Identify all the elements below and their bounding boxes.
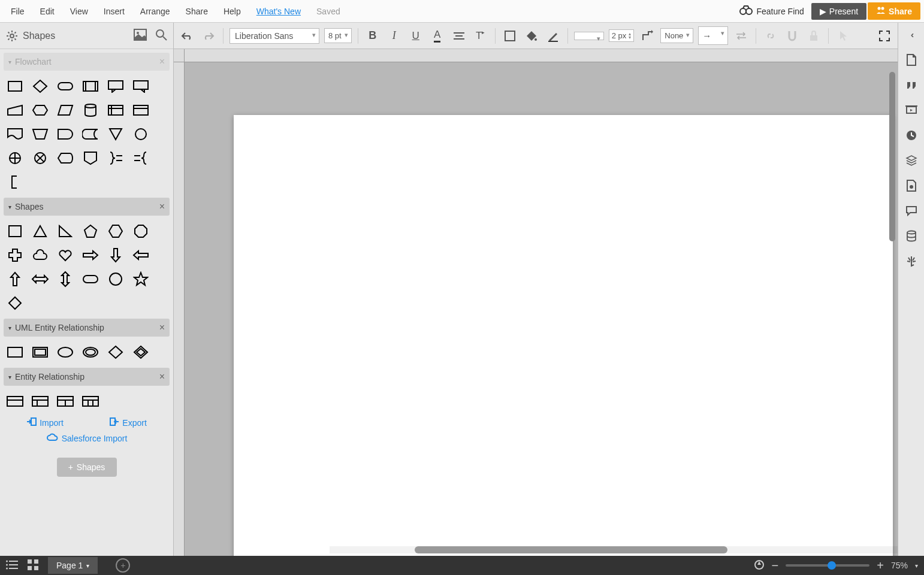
menu-share[interactable]: Share <box>179 2 215 21</box>
menu-help[interactable]: Help <box>216 2 248 21</box>
shape-multi-attribute[interactable] <box>81 344 99 361</box>
theme-icon[interactable] <box>903 177 920 194</box>
shape-right-triangle[interactable] <box>56 223 74 240</box>
fill-button[interactable] <box>523 28 540 44</box>
shape-sum[interactable] <box>31 150 49 167</box>
shape-arrow-left[interactable] <box>132 247 150 264</box>
shape-arrow-down[interactable] <box>107 247 125 264</box>
slider-thumb[interactable] <box>828 561 836 570</box>
ruler-vertical[interactable] <box>174 62 185 556</box>
layers-icon[interactable] <box>903 152 920 169</box>
feature-find-button[interactable]: Feature Find <box>739 5 804 17</box>
close-icon[interactable]: × <box>159 56 165 67</box>
shape-note[interactable] <box>6 174 24 190</box>
undo-button[interactable] <box>179 28 195 44</box>
actions-icon[interactable] <box>903 253 920 270</box>
shape-or[interactable] <box>6 150 24 167</box>
scrollbar-thumb[interactable] <box>889 72 895 241</box>
zoom-slider[interactable] <box>786 564 869 567</box>
data-icon[interactable] <box>903 228 920 244</box>
shape-display[interactable] <box>56 150 74 167</box>
shape-weak-relationship[interactable] <box>132 344 150 361</box>
shape-offpage[interactable] <box>81 150 99 167</box>
chevron-down-icon[interactable]: ▾ <box>915 562 918 569</box>
shape-manual-input[interactable] <box>6 102 24 119</box>
text-color-button[interactable]: A <box>429 28 446 44</box>
comments-icon[interactable] <box>903 202 920 219</box>
menu-insert[interactable]: Insert <box>96 2 132 21</box>
canvas-area[interactable] <box>174 49 898 556</box>
zoom-out-button[interactable]: − <box>772 559 779 573</box>
shape-predef-process[interactable] <box>81 78 99 95</box>
shape-square[interactable] <box>6 223 24 240</box>
canvas-page[interactable] <box>234 115 893 556</box>
ruler-horizontal[interactable] <box>185 49 898 62</box>
close-icon[interactable]: × <box>159 371 165 382</box>
shape-brace-left[interactable] <box>132 150 150 167</box>
stroke-width-input[interactable]: 2 px▴▾ <box>609 29 635 42</box>
image-icon[interactable] <box>134 29 147 43</box>
shape-merge[interactable] <box>107 126 125 143</box>
shape-hexagon[interactable] <box>31 102 49 119</box>
horizontal-scrollbar[interactable] <box>330 546 898 553</box>
shape-triangle[interactable] <box>31 223 49 240</box>
category-er-header[interactable]: ▾ Entity Relationship × <box>4 368 170 386</box>
underline-button[interactable]: U <box>407 28 424 44</box>
line-end-select[interactable]: → <box>698 26 728 45</box>
lock-button[interactable] <box>805 28 822 44</box>
shape-table-2col[interactable] <box>31 393 49 410</box>
shape-heart[interactable] <box>56 247 74 264</box>
share-button[interactable]: Share <box>868 2 920 20</box>
text-options-button[interactable]: T▸ <box>472 28 489 44</box>
bold-button[interactable]: B <box>364 28 381 44</box>
presentation-icon[interactable] <box>903 102 920 119</box>
shape-brace-right[interactable] <box>107 150 125 167</box>
menu-view[interactable]: View <box>63 2 95 21</box>
menu-file[interactable]: File <box>4 2 32 21</box>
shape-diamond[interactable] <box>31 78 49 95</box>
shape-card[interactable] <box>132 102 150 119</box>
search-icon[interactable] <box>155 29 167 43</box>
grid-view-icon[interactable] <box>28 559 38 572</box>
link-button[interactable] <box>762 28 779 44</box>
collapse-panel-icon[interactable]: ‹‹ <box>903 26 920 43</box>
align-button[interactable] <box>451 28 467 44</box>
shape-relationship[interactable] <box>107 344 125 361</box>
font-select[interactable]: Liberation Sans <box>230 28 319 44</box>
category-shapes-header[interactable]: ▾ Shapes × <box>4 198 170 216</box>
shape-octagon[interactable] <box>132 223 150 240</box>
add-page-button[interactable]: + <box>116 558 130 573</box>
shape-rounded-rect[interactable] <box>81 271 99 288</box>
shape-pentagon[interactable] <box>81 223 99 240</box>
swap-ends-button[interactable] <box>733 28 750 44</box>
border-button[interactable] <box>502 28 518 44</box>
shape-callout[interactable] <box>107 78 125 95</box>
shape-rect[interactable] <box>6 78 24 95</box>
close-icon[interactable]: × <box>159 322 165 333</box>
export-button[interactable]: Export <box>109 417 146 428</box>
category-flowchart-header[interactable]: ▾ Flowchart × <box>4 53 170 71</box>
shape-attribute[interactable] <box>56 344 74 361</box>
shape-delay[interactable] <box>56 126 74 143</box>
shape-document[interactable] <box>6 126 24 143</box>
line-style-select[interactable] <box>574 32 604 40</box>
shape-cloud[interactable] <box>31 247 49 264</box>
menu-whatsnew[interactable]: What's New <box>249 2 308 21</box>
scrollbar-thumb[interactable] <box>415 546 727 553</box>
import-button[interactable]: Import <box>26 417 64 428</box>
shape-database[interactable] <box>81 102 99 119</box>
shape-star[interactable] <box>132 271 150 288</box>
shape-weak-entity[interactable] <box>31 344 49 361</box>
shape-arrow-leftright[interactable] <box>31 271 49 288</box>
shape-table-1col[interactable] <box>6 393 24 410</box>
page-tab[interactable]: Page 1 ▾ <box>48 557 98 574</box>
line-start-select[interactable]: None <box>660 28 693 43</box>
gear-icon[interactable] <box>6 30 18 42</box>
zoom-in-button[interactable]: + <box>877 559 884 573</box>
zoom-level-label[interactable]: 75% <box>891 561 908 570</box>
magnet-button[interactable] <box>784 28 801 44</box>
shape-table-3col[interactable] <box>56 393 74 410</box>
shape-cross[interactable] <box>6 247 24 264</box>
menu-edit[interactable]: Edit <box>33 2 62 21</box>
present-button[interactable]: ▶ Present <box>811 3 866 20</box>
